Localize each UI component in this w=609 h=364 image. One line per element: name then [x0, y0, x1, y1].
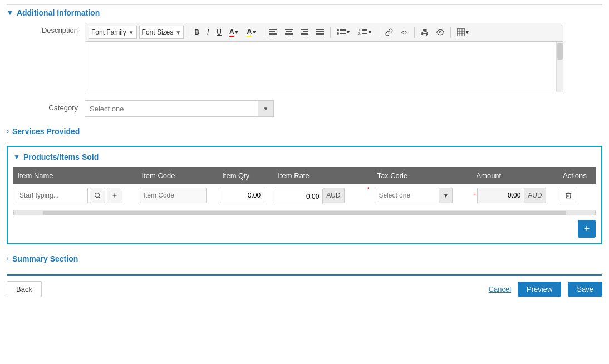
item-qty-input[interactable]: [220, 188, 264, 203]
add-row-container: +: [13, 220, 596, 238]
align-right-icon: [301, 28, 308, 36]
toolbar-sep-3: [330, 27, 331, 38]
additional-info-section: ▼ Additional Information Description Fon…: [7, 4, 602, 117]
tax-code-placeholder: Select one: [375, 191, 439, 199]
item-rate-input[interactable]: [276, 189, 323, 204]
tax-code-select[interactable]: Select one ▼: [375, 188, 453, 203]
font-family-dropdown[interactable]: Font Family ▼: [89, 26, 137, 39]
delete-row-button[interactable]: [561, 188, 576, 203]
products-toggle: ▼: [13, 153, 20, 161]
cancel-button[interactable]: Cancel: [489, 285, 511, 293]
rate-currency-label: AUD: [323, 188, 344, 203]
back-button[interactable]: Back: [7, 281, 42, 297]
align-right-button[interactable]: [297, 26, 312, 39]
font-color-button[interactable]: A ▼: [226, 26, 243, 39]
highlight-arrow-icon: ▼: [252, 29, 257, 35]
category-label: Category: [18, 100, 85, 112]
font-color-arrow-icon: ▼: [234, 29, 239, 35]
bold-button[interactable]: B: [191, 26, 203, 39]
code-button[interactable]: <>: [397, 26, 411, 39]
summary-title: Summary Section: [12, 254, 78, 263]
font-sizes-label: Font Sizes: [142, 28, 174, 36]
col-header-item-code: Item Code: [137, 167, 218, 184]
plus-icon: [111, 192, 118, 199]
rate-required-indicator: *: [367, 186, 369, 193]
editor-content-area[interactable]: [85, 42, 563, 92]
amount-currency-label: AUD: [524, 188, 546, 203]
align-left-icon: [269, 28, 277, 36]
svg-rect-21: [362, 29, 367, 31]
align-justify-button[interactable]: [313, 26, 327, 39]
toolbar-sep-4: [379, 27, 379, 38]
table-scrollbar[interactable]: [13, 210, 596, 215]
item-code-input[interactable]: [140, 188, 207, 203]
col-header-item-rate: Item Rate: [273, 167, 372, 184]
actions-cell: [558, 184, 596, 206]
category-select[interactable]: Select one ▼: [85, 100, 274, 117]
additional-info-header[interactable]: ▼ Additional Information: [7, 8, 602, 17]
svg-rect-9: [303, 31, 308, 32]
toolbar-sep-1: [188, 27, 188, 38]
font-sizes-dropdown[interactable]: Font Sizes ▼: [139, 26, 184, 39]
underline-button[interactable]: U: [213, 26, 225, 39]
highlight-button[interactable]: A ▼: [243, 26, 260, 39]
category-placeholder: Select one: [85, 105, 258, 113]
item-rate-cell: * AUD: [273, 184, 372, 206]
amount-input[interactable]: [477, 188, 524, 203]
summary-toggle: ›: [7, 255, 9, 263]
amount-cell: * AUD: [472, 184, 558, 206]
additional-info-toggle: ▼: [7, 9, 13, 17]
description-label: Description: [18, 23, 85, 35]
svg-rect-5: [286, 31, 292, 32]
table-button[interactable]: ▼: [454, 26, 473, 39]
col-header-actions: Actions: [558, 167, 596, 184]
table-scrollbar-thumb: [43, 211, 566, 215]
toolbar-sep-6: [450, 27, 451, 38]
number-list-button[interactable]: 1.2. ▼: [355, 26, 376, 39]
products-header[interactable]: ▼ Products/Items Sold: [13, 153, 596, 161]
preview-button[interactable]: Preview: [518, 282, 561, 297]
add-row-button[interactable]: +: [578, 220, 596, 238]
category-row: Category Select one ▼: [7, 100, 602, 117]
services-toggle: ›: [7, 127, 9, 135]
editor-scrollbar: [556, 42, 563, 92]
svg-point-16: [337, 29, 339, 31]
rich-editor[interactable]: Font Family ▼ Font Sizes ▼ B I U: [85, 23, 563, 92]
align-justify-icon: [316, 28, 324, 36]
preview-editor-button[interactable]: [433, 26, 448, 39]
svg-rect-17: [340, 29, 346, 31]
services-header[interactable]: › Services Provided: [7, 127, 602, 136]
item-search-button[interactable]: [90, 188, 105, 203]
italic-button[interactable]: I: [204, 26, 212, 39]
svg-rect-13: [316, 31, 324, 32]
link-button[interactable]: [382, 26, 396, 39]
svg-rect-2: [269, 33, 277, 35]
svg-rect-3: [269, 36, 274, 36]
svg-point-31: [95, 193, 100, 198]
svg-text:2.: 2.: [358, 32, 361, 35]
tax-code-arrow-icon: ▼: [439, 188, 452, 203]
additional-info-title: Additional Information: [17, 8, 100, 17]
col-header-item-name: Item Name: [13, 167, 137, 184]
editor-scrollbar-thumb: [557, 43, 563, 60]
number-list-icon: 1.2.: [358, 28, 367, 36]
summary-header[interactable]: › Summary Section: [7, 254, 602, 263]
toolbar-sep-2: [263, 27, 263, 38]
align-center-button[interactable]: [282, 26, 296, 39]
item-name-input[interactable]: [16, 188, 88, 203]
table-icon: [457, 28, 465, 36]
item-add-button[interactable]: [107, 188, 122, 203]
align-left-button[interactable]: [266, 26, 281, 39]
highlight-icon: A: [247, 28, 252, 37]
item-code-cell: [137, 184, 218, 206]
font-sizes-arrow: ▼: [175, 29, 181, 36]
items-table: Item Name Item Code Item Qty Item Rate T…: [13, 167, 596, 206]
svg-rect-15: [316, 36, 324, 36]
svg-rect-0: [269, 29, 277, 30]
save-button[interactable]: Save: [568, 282, 602, 297]
bullet-list-button[interactable]: ▼: [333, 26, 354, 39]
print-button[interactable]: [418, 26, 432, 39]
svg-rect-14: [316, 33, 324, 35]
products-title: Products/Items Sold: [23, 153, 99, 161]
svg-rect-26: [457, 28, 465, 36]
